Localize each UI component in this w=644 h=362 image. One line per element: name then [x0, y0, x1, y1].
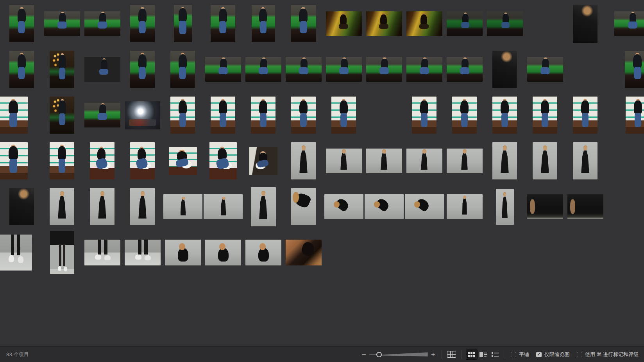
photo-thumbnail[interactable] — [573, 142, 597, 179]
photo-thumbnail[interactable] — [291, 188, 316, 225]
checkbox-icon[interactable] — [577, 352, 582, 357]
photo-thumbnail[interactable] — [44, 11, 80, 36]
thumbnail-grid-icon — [468, 352, 476, 357]
photo-thumbnail[interactable] — [447, 149, 483, 173]
toggle-cmd-rating[interactable]: 使用 ⌘ 进行标记和评级 — [577, 351, 639, 358]
photo-thumbnail[interactable] — [245, 240, 281, 265]
photo-thumbnail[interactable] — [366, 149, 402, 173]
photo-thumbnail[interactable] — [366, 11, 402, 36]
photo-thumbnail[interactable] — [326, 11, 362, 36]
photo-thumbnail[interactable] — [626, 97, 644, 134]
photo-thumbnail[interactable] — [205, 57, 241, 82]
photo-thumbnail[interactable] — [9, 5, 34, 42]
photo-thumbnail[interactable] — [533, 97, 557, 134]
photo-thumbnail[interactable] — [0, 142, 28, 179]
photo-thumbnail[interactable] — [406, 149, 442, 173]
photo-thumbnail[interactable] — [527, 57, 563, 82]
photo-thumbnail[interactable] — [205, 240, 241, 265]
photo-thumbnail[interactable] — [211, 5, 235, 42]
photo-thumbnail[interactable] — [492, 97, 517, 134]
photo-thumbnail[interactable] — [50, 188, 74, 225]
photo-thumbnail[interactable] — [169, 147, 197, 175]
photo-thumbnail[interactable] — [245, 57, 281, 82]
photo-thumbnail[interactable] — [447, 11, 483, 36]
thumbnail-list-icon — [479, 352, 487, 357]
photo-thumbnail[interactable] — [291, 5, 316, 42]
photo-thumbnail[interactable] — [533, 142, 557, 179]
photo-thumbnail[interactable] — [405, 194, 444, 219]
photo-thumbnail[interactable] — [412, 97, 436, 134]
photo-thumbnail[interactable] — [365, 194, 404, 219]
photo-thumbnail[interactable] — [324, 194, 363, 219]
photo-thumbnail[interactable] — [211, 97, 235, 134]
photo-thumbnail[interactable] — [251, 187, 276, 226]
zoom-out-button[interactable]: − — [360, 350, 369, 359]
photo-thumbnail[interactable] — [406, 57, 442, 82]
photo-thumbnail[interactable] — [366, 57, 402, 82]
photo-thumbnail[interactable] — [527, 194, 563, 219]
photo-thumbnail[interactable] — [487, 11, 523, 36]
photo-thumbnail[interactable] — [492, 142, 517, 179]
photo-thumbnail[interactable] — [452, 97, 477, 134]
photo-thumbnail[interactable] — [170, 97, 195, 134]
photo-thumbnail[interactable] — [251, 97, 275, 134]
photo-thumbnail[interactable] — [204, 194, 243, 219]
thumbnail-list-view-button[interactable] — [478, 349, 489, 360]
photo-thumbnail[interactable] — [90, 188, 114, 225]
photo-thumbnail[interactable] — [496, 189, 514, 225]
photo-thumbnail[interactable] — [84, 57, 120, 82]
photo-thumbnail[interactable] — [163, 194, 202, 219]
table-grid-icon — [447, 351, 456, 358]
photo-thumbnail[interactable] — [291, 142, 316, 179]
photo-thumbnail[interactable] — [291, 97, 316, 134]
photo-thumbnail[interactable] — [625, 51, 644, 88]
photo-thumbnail[interactable] — [447, 194, 483, 219]
photo-thumbnail[interactable] — [130, 188, 155, 225]
photo-thumbnail[interactable] — [252, 5, 275, 42]
photo-thumbnail[interactable] — [286, 240, 322, 265]
photo-thumbnail[interactable] — [573, 5, 597, 43]
photo-thumbnail[interactable] — [84, 103, 120, 127]
photo-thumbnail[interactable] — [331, 97, 356, 134]
photo-thumbnail[interactable] — [170, 51, 195, 88]
photo-thumbnail[interactable] — [326, 57, 362, 82]
toggle-thumbnails-only[interactable]: 仅限缩览图 — [536, 351, 570, 358]
toggle-tile[interactable]: 平铺 — [511, 351, 529, 358]
photo-thumbnail[interactable] — [125, 101, 160, 129]
photo-thumbnail[interactable] — [130, 5, 155, 42]
photo-thumbnail[interactable] — [209, 142, 237, 179]
photo-thumbnail[interactable] — [84, 240, 120, 265]
photo-thumbnail[interactable] — [130, 51, 155, 88]
checkbox-checked-icon[interactable] — [536, 352, 542, 357]
thumbnail-size-slider[interactable] — [369, 351, 428, 358]
photo-thumbnail[interactable] — [447, 57, 483, 82]
photo-thumbnail[interactable] — [130, 142, 155, 179]
photo-thumbnail[interactable] — [50, 51, 74, 88]
photo-thumbnail[interactable] — [90, 142, 114, 179]
photo-thumbnail[interactable] — [9, 51, 34, 88]
photo-thumbnail[interactable] — [286, 57, 322, 82]
photo-thumbnail[interactable] — [125, 240, 161, 265]
table-view-button[interactable] — [446, 349, 458, 360]
photo-thumbnail[interactable] — [614, 11, 644, 36]
photo-thumbnail[interactable] — [249, 147, 277, 175]
photo-thumbnail[interactable] — [0, 97, 28, 134]
photo-thumbnail[interactable] — [50, 142, 74, 179]
checkbox-icon[interactable] — [511, 352, 516, 357]
photo-thumbnail[interactable] — [84, 11, 120, 36]
photo-thumbnail[interactable] — [573, 97, 597, 134]
slider-knob[interactable] — [376, 352, 382, 357]
photo-thumbnail[interactable] — [406, 11, 442, 36]
photo-thumbnail[interactable] — [326, 149, 362, 173]
photo-thumbnail[interactable] — [9, 188, 34, 225]
photo-thumbnail[interactable] — [50, 231, 74, 274]
photo-thumbnail[interactable] — [174, 5, 192, 42]
photo-thumbnail[interactable] — [0, 235, 32, 271]
photo-thumbnail[interactable] — [165, 240, 201, 265]
photo-thumbnail[interactable] — [492, 51, 517, 88]
photo-thumbnail[interactable] — [50, 97, 74, 134]
photo-thumbnail[interactable] — [567, 194, 603, 219]
zoom-in-button[interactable]: + — [429, 350, 438, 359]
thumbnail-grid-view-button[interactable] — [466, 349, 478, 360]
compact-list-view-button[interactable] — [489, 349, 501, 360]
